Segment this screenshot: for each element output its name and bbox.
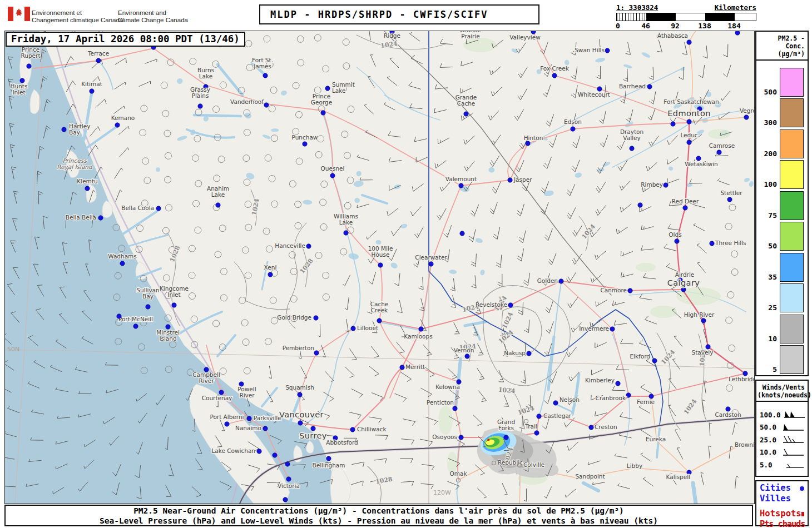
pm25-level-row: 5: [756, 343, 808, 375]
city-dot: [247, 416, 251, 421]
city-dot: [351, 326, 355, 331]
city-label: Lake Cowichan: [211, 447, 255, 454]
city-label: Port McNeill: [118, 316, 153, 322]
city-dot: [286, 477, 291, 481]
pm25-level-row: 75: [756, 189, 808, 220]
city-label: Clearwater: [415, 254, 447, 261]
city-dot: [605, 48, 610, 53]
city-dot: [429, 262, 433, 266]
city-dot: [20, 78, 24, 83]
city-label: Island: [159, 335, 176, 342]
city-dot: [743, 371, 747, 376]
city-dot: [98, 216, 103, 220]
weather-map: 1024102810281024102410241024102410241024…: [5, 31, 754, 504]
city-label: Inlet: [12, 89, 25, 96]
city-label: Colville: [523, 461, 544, 468]
city-label: Barrhead: [619, 83, 646, 89]
city-dot: [344, 231, 348, 235]
city-label: Swan Hills: [575, 47, 605, 53]
city-label: Vancouver: [279, 410, 324, 419]
city-label: Bellingham: [312, 462, 345, 469]
product-title-box: MLDP - HRDPS/SHRPD - CWFIS/SCIFV: [259, 4, 539, 24]
city-label: Ridge: [384, 32, 400, 39]
city-label: Whitecourt: [578, 91, 610, 98]
city-dot: [508, 303, 513, 307]
city-label: Lethbridge: [729, 376, 754, 382]
city-dot: [350, 427, 355, 432]
city-dot: [115, 123, 120, 127]
city-dot: [257, 449, 261, 454]
city-dot: [675, 239, 679, 243]
city-dot: [626, 393, 631, 397]
city-label: Vegreville: [740, 107, 754, 114]
city-label: High River: [684, 311, 715, 318]
caption-box: PM2.5 Near-Ground Air Concentrations (µg…: [4, 505, 753, 526]
city-dot: [314, 351, 319, 355]
city-dot: [726, 407, 730, 411]
pm25-level-row: 50: [756, 220, 808, 251]
city-label: Penticton: [427, 399, 454, 406]
city-dot: [166, 325, 170, 329]
wind-speed-row: 5.0: [760, 459, 805, 471]
city-label: Fox Creek: [540, 65, 570, 72]
pm25-legend: PM2.5 - Conc. (µg/m³) 500300200100755035…: [755, 31, 809, 376]
scale-ratio: 1: 3303824: [616, 3, 658, 12]
datetime-label: Friday, 17 April 2026 08:00 PDT (13/46): [11, 33, 240, 44]
city-dot: [219, 390, 224, 395]
city-dot: [465, 354, 469, 358]
city-label: Golden: [537, 277, 558, 284]
winds-legend-units: (knots/noeuds): [757, 391, 805, 399]
city-dot: [298, 392, 302, 397]
city-label: Royal Island: [57, 163, 93, 171]
wind-barb-icon: [780, 460, 805, 469]
city-dot: [326, 456, 331, 461]
pm25-legend-units: (µg/m³): [757, 50, 805, 58]
city-dot: [647, 84, 652, 89]
city-label: Pemberton: [283, 345, 314, 351]
city-dot: [311, 426, 315, 431]
city-label: Jasper: [513, 176, 532, 183]
city-dot: [559, 279, 563, 283]
city-label: Kelowna: [435, 383, 460, 390]
city-label: Klemtu: [77, 178, 97, 185]
datetime-box: Friday, 17 April 2026 08:00 PDT (13/46): [6, 32, 245, 47]
city-label: Surrey: [299, 431, 327, 440]
wind-barb-icon: [780, 423, 805, 432]
city-dot: [459, 435, 463, 440]
city-dot: [460, 231, 464, 236]
city-label: Airdrie: [675, 271, 695, 278]
city-label: Omak: [449, 470, 467, 477]
cities-label-fr: Villes: [760, 494, 791, 504]
city-dot: [96, 58, 101, 63]
city-label: Prairie: [461, 33, 480, 39]
wind-speed-row: 100.0: [760, 409, 805, 421]
city-dot: [62, 127, 66, 132]
pm25-legend-title: PM2.5 - Conc.: [757, 34, 805, 50]
city-label: James: [253, 63, 271, 69]
city-dot: [671, 122, 675, 126]
pm25-level-row: 35: [756, 251, 808, 282]
city-dot: [464, 112, 468, 116]
city-dot: [172, 303, 176, 307]
caption-line1: PM2.5 Near-Ground Air Concentrations (µg…: [6, 506, 752, 516]
city-dot: [649, 394, 653, 399]
city-dot: [610, 327, 615, 331]
city-label: Xeni: [264, 264, 277, 271]
city-dot: [589, 425, 593, 430]
city-dot: [330, 173, 335, 178]
city-dot: [306, 244, 311, 248]
winds-legend: Winds/Vents (knots/noeuds) 100.050.025.0…: [755, 380, 809, 477]
city-label: House: [372, 251, 390, 258]
city-label: Three Hills: [715, 240, 746, 246]
city-dot: [263, 426, 268, 431]
scale-unit: Kilometers: [715, 3, 756, 12]
svg-text:50N: 50N: [7, 346, 19, 353]
city-dot: [156, 206, 161, 211]
city-label: Nanaimo: [235, 425, 261, 431]
svg-text:1024: 1024: [498, 386, 516, 395]
city-label: Eureka: [646, 436, 666, 442]
winds-legend-rows: 100.050.025.010.05.0: [756, 402, 808, 471]
product-title: MLDP - HRDPS/SHRPD - CWFIS/SCIFV: [260, 9, 488, 20]
city-dot: [744, 115, 749, 119]
city-label: Nakusp: [504, 350, 526, 356]
